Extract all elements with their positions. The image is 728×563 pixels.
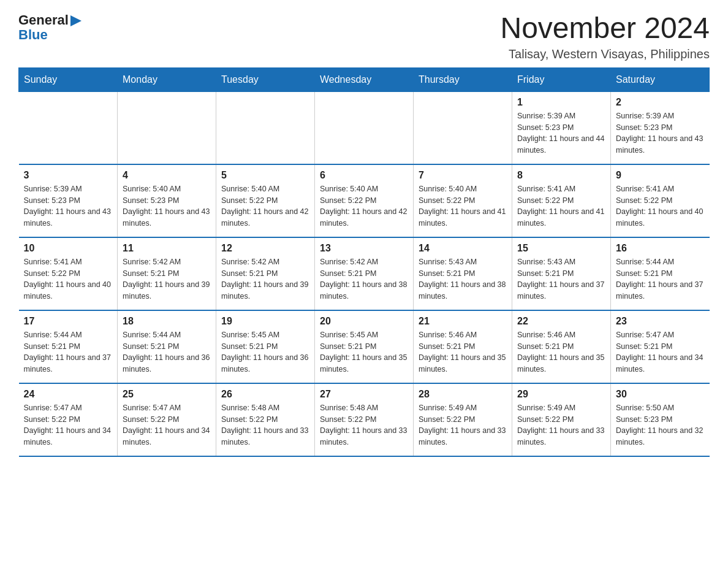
day-number: 11	[123, 243, 211, 254]
day-info: Sunrise: 5:40 AMSunset: 5:22 PMDaylight:…	[419, 183, 507, 229]
calendar-cell	[19, 91, 118, 164]
calendar-week-row: 17Sunrise: 5:44 AMSunset: 5:21 PMDayligh…	[19, 310, 710, 383]
calendar-cell: 22Sunrise: 5:46 AMSunset: 5:21 PMDayligh…	[512, 310, 611, 383]
day-number: 30	[616, 389, 705, 400]
calendar-cell: 15Sunrise: 5:43 AMSunset: 5:21 PMDayligh…	[512, 237, 611, 310]
day-number: 22	[517, 316, 605, 327]
day-info: Sunrise: 5:46 AMSunset: 5:21 PMDaylight:…	[517, 329, 605, 375]
day-number: 5	[221, 170, 309, 181]
day-number: 8	[517, 170, 605, 181]
weekday-header-sunday: Sunday	[19, 67, 118, 91]
weekday-header-friday: Friday	[512, 67, 611, 91]
calendar-cell: 27Sunrise: 5:48 AMSunset: 5:22 PMDayligh…	[315, 383, 414, 456]
day-number: 10	[24, 243, 113, 254]
day-number: 27	[320, 389, 408, 400]
calendar-cell: 23Sunrise: 5:47 AMSunset: 5:21 PMDayligh…	[611, 310, 710, 383]
day-info: Sunrise: 5:43 AMSunset: 5:21 PMDaylight:…	[419, 256, 507, 302]
day-number: 2	[616, 97, 705, 108]
day-info: Sunrise: 5:39 AMSunset: 5:23 PMDaylight:…	[517, 110, 605, 156]
day-info: Sunrise: 5:44 AMSunset: 5:21 PMDaylight:…	[24, 329, 113, 375]
calendar-cell: 9Sunrise: 5:41 AMSunset: 5:22 PMDaylight…	[611, 164, 710, 237]
calendar-cell: 1Sunrise: 5:39 AMSunset: 5:23 PMDaylight…	[512, 91, 611, 164]
day-info: Sunrise: 5:41 AMSunset: 5:22 PMDaylight:…	[517, 183, 605, 229]
calendar-cell: 24Sunrise: 5:47 AMSunset: 5:22 PMDayligh…	[19, 383, 118, 456]
day-number: 7	[419, 170, 507, 181]
day-number: 26	[221, 389, 309, 400]
day-info: Sunrise: 5:47 AMSunset: 5:22 PMDaylight:…	[24, 402, 113, 448]
day-number: 21	[419, 316, 507, 327]
day-info: Sunrise: 5:48 AMSunset: 5:22 PMDaylight:…	[221, 402, 309, 448]
calendar-cell: 2Sunrise: 5:39 AMSunset: 5:23 PMDaylight…	[611, 91, 710, 164]
day-number: 16	[616, 243, 705, 254]
calendar-table: SundayMondayTuesdayWednesdayThursdayFrid…	[18, 67, 710, 457]
day-number: 23	[616, 316, 705, 327]
weekday-header-monday: Monday	[118, 67, 216, 91]
weekday-header-tuesday: Tuesday	[216, 67, 315, 91]
day-info: Sunrise: 5:43 AMSunset: 5:21 PMDaylight:…	[517, 256, 605, 302]
title-block: November 2024 Talisay, Western Visayas, …	[500, 12, 710, 61]
svg-marker-0	[70, 15, 82, 26]
day-info: Sunrise: 5:45 AMSunset: 5:21 PMDaylight:…	[320, 329, 408, 375]
calendar-cell: 20Sunrise: 5:45 AMSunset: 5:21 PMDayligh…	[315, 310, 414, 383]
page-header: General Blue November 2024 Talisay, West…	[18, 12, 710, 61]
calendar-cell: 17Sunrise: 5:44 AMSunset: 5:21 PMDayligh…	[19, 310, 118, 383]
calendar-cell: 11Sunrise: 5:42 AMSunset: 5:21 PMDayligh…	[118, 237, 216, 310]
day-info: Sunrise: 5:46 AMSunset: 5:21 PMDaylight:…	[419, 329, 507, 375]
day-number: 3	[24, 170, 113, 181]
calendar-week-row: 1Sunrise: 5:39 AMSunset: 5:23 PMDaylight…	[19, 91, 710, 164]
calendar-cell	[414, 91, 512, 164]
calendar-cell: 19Sunrise: 5:45 AMSunset: 5:21 PMDayligh…	[216, 310, 315, 383]
day-number: 25	[123, 389, 211, 400]
weekday-header-wednesday: Wednesday	[315, 67, 414, 91]
logo-text-blue: Blue	[18, 27, 48, 43]
logo-arrow-icon	[70, 15, 82, 26]
day-number: 6	[320, 170, 408, 181]
location-title: Talisay, Western Visayas, Philippines	[500, 47, 710, 61]
day-number: 29	[517, 389, 605, 400]
calendar-cell: 8Sunrise: 5:41 AMSunset: 5:22 PMDaylight…	[512, 164, 611, 237]
day-info: Sunrise: 5:42 AMSunset: 5:21 PMDaylight:…	[123, 256, 211, 302]
day-number: 9	[616, 170, 705, 181]
day-number: 1	[517, 97, 605, 108]
day-info: Sunrise: 5:42 AMSunset: 5:21 PMDaylight:…	[320, 256, 408, 302]
calendar-cell: 26Sunrise: 5:48 AMSunset: 5:22 PMDayligh…	[216, 383, 315, 456]
day-number: 14	[419, 243, 507, 254]
weekday-header-thursday: Thursday	[414, 67, 512, 91]
day-info: Sunrise: 5:40 AMSunset: 5:22 PMDaylight:…	[221, 183, 309, 229]
calendar-week-row: 10Sunrise: 5:41 AMSunset: 5:22 PMDayligh…	[19, 237, 710, 310]
day-number: 18	[123, 316, 211, 327]
logo-text-general: General	[18, 12, 69, 28]
calendar-cell	[216, 91, 315, 164]
calendar-cell: 12Sunrise: 5:42 AMSunset: 5:21 PMDayligh…	[216, 237, 315, 310]
calendar-cell: 4Sunrise: 5:40 AMSunset: 5:23 PMDaylight…	[118, 164, 216, 237]
calendar-week-row: 24Sunrise: 5:47 AMSunset: 5:22 PMDayligh…	[19, 383, 710, 456]
logo: General Blue	[18, 12, 82, 43]
calendar-cell: 3Sunrise: 5:39 AMSunset: 5:23 PMDaylight…	[19, 164, 118, 237]
calendar-cell: 7Sunrise: 5:40 AMSunset: 5:22 PMDaylight…	[414, 164, 512, 237]
day-info: Sunrise: 5:40 AMSunset: 5:23 PMDaylight:…	[123, 183, 211, 229]
calendar-cell: 5Sunrise: 5:40 AMSunset: 5:22 PMDaylight…	[216, 164, 315, 237]
day-info: Sunrise: 5:39 AMSunset: 5:23 PMDaylight:…	[616, 110, 705, 156]
day-info: Sunrise: 5:40 AMSunset: 5:22 PMDaylight:…	[320, 183, 408, 229]
calendar-cell: 25Sunrise: 5:47 AMSunset: 5:22 PMDayligh…	[118, 383, 216, 456]
calendar-cell: 10Sunrise: 5:41 AMSunset: 5:22 PMDayligh…	[19, 237, 118, 310]
calendar-week-row: 3Sunrise: 5:39 AMSunset: 5:23 PMDaylight…	[19, 164, 710, 237]
day-info: Sunrise: 5:50 AMSunset: 5:23 PMDaylight:…	[616, 402, 705, 448]
month-title: November 2024	[500, 12, 710, 45]
weekday-header-saturday: Saturday	[611, 67, 710, 91]
day-number: 12	[221, 243, 309, 254]
day-number: 19	[221, 316, 309, 327]
day-info: Sunrise: 5:47 AMSunset: 5:21 PMDaylight:…	[616, 329, 705, 375]
day-number: 17	[24, 316, 113, 327]
calendar-cell: 29Sunrise: 5:49 AMSunset: 5:22 PMDayligh…	[512, 383, 611, 456]
day-info: Sunrise: 5:41 AMSunset: 5:22 PMDaylight:…	[24, 256, 113, 302]
calendar-cell	[315, 91, 414, 164]
day-number: 20	[320, 316, 408, 327]
day-info: Sunrise: 5:44 AMSunset: 5:21 PMDaylight:…	[123, 329, 211, 375]
day-number: 13	[320, 243, 408, 254]
day-info: Sunrise: 5:45 AMSunset: 5:21 PMDaylight:…	[221, 329, 309, 375]
day-number: 4	[123, 170, 211, 181]
calendar-header-row: SundayMondayTuesdayWednesdayThursdayFrid…	[19, 67, 710, 91]
calendar-cell: 13Sunrise: 5:42 AMSunset: 5:21 PMDayligh…	[315, 237, 414, 310]
day-info: Sunrise: 5:41 AMSunset: 5:22 PMDaylight:…	[616, 183, 705, 229]
